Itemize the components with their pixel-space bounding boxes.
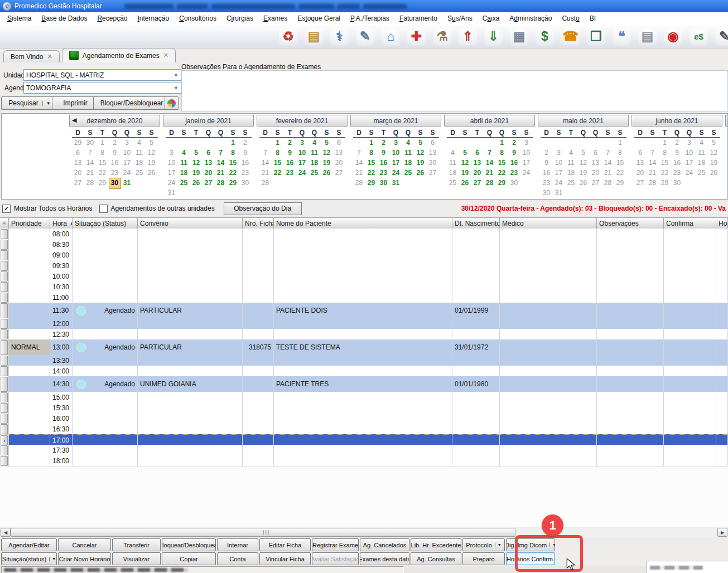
- calendar-day-22[interactable]: 22: [614, 168, 626, 178]
- calendar-day-4[interactable]: 4: [696, 138, 708, 148]
- calendar-day-11[interactable]: 11: [565, 158, 577, 168]
- calendar-day-7[interactable]: 7: [215, 148, 227, 158]
- calendar-day-21[interactable]: 21: [84, 168, 97, 178]
- calendar-day-8[interactable]: 8: [97, 148, 109, 158]
- action-situa-o-status[interactable]: Situação(status)▼: [1, 552, 57, 565]
- calendar-day-18[interactable]: 18: [402, 158, 414, 168]
- menu-item-estoque-geral[interactable]: Estoque Geral: [292, 13, 345, 24]
- calendar-day-13[interactable]: 13: [471, 158, 484, 168]
- calendar-day-7[interactable]: 7: [484, 148, 496, 158]
- calendar-day-24[interactable]: 24: [553, 178, 565, 188]
- calendar-day-28[interactable]: 28: [602, 178, 614, 188]
- calendar-day-29[interactable]: 29: [496, 178, 508, 188]
- calendar-day-22[interactable]: 22: [272, 168, 284, 178]
- calendar-day-3[interactable]: 3: [296, 138, 308, 148]
- calendar-day-13[interactable]: 13: [634, 158, 647, 168]
- action-editar-ficha[interactable]: Editar Ficha: [259, 538, 311, 551]
- calendar-day-17[interactable]: 17: [683, 158, 696, 168]
- calendar-day-4[interactable]: 4: [402, 138, 414, 148]
- tab-close-icon[interactable]: ✕: [47, 53, 52, 60]
- calendar-day-27[interactable]: 27: [634, 178, 647, 188]
- row-selector[interactable]: ›: [1, 435, 8, 445]
- calendar-day-11[interactable]: 11: [447, 158, 459, 168]
- imprimir-button[interactable]: Imprimir: [52, 96, 99, 110]
- calendar-day-26[interactable]: 26: [146, 168, 158, 178]
- calendar-day-14[interactable]: 14: [484, 158, 496, 168]
- calendar-day-14[interactable]: 14: [84, 158, 97, 168]
- scrollbar-thumb[interactable]: [11, 528, 515, 537]
- agenda-select[interactable]: TOMOGRAFIA ▼: [23, 82, 181, 94]
- action-vincular-ficha[interactable]: Vincular Ficha: [259, 552, 311, 565]
- finance-chart-icon[interactable]: $: [536, 27, 554, 46]
- schedule-row-15-00[interactable]: 15:00: [0, 392, 728, 402]
- calendar-day-5[interactable]: 5: [459, 148, 471, 158]
- calendar-day-1[interactable]: 1: [614, 138, 626, 148]
- action-agendar-editar[interactable]: Agendar/Editar: [1, 538, 57, 551]
- calendar-day-10[interactable]: 10: [296, 148, 308, 158]
- calendar-day-2[interactable]: 2: [508, 138, 520, 148]
- calendar-day-2[interactable]: 2: [284, 138, 296, 148]
- calendar-day-6[interactable]: 6: [203, 148, 215, 158]
- calendar-day-29[interactable]: 29: [659, 178, 671, 188]
- row-selector[interactable]: [1, 456, 8, 466]
- schedule-row-13-30[interactable]: 13:30: [0, 355, 728, 366]
- schedule-row-12-00[interactable]: 12:00: [0, 318, 728, 329]
- calendar-day-10[interactable]: 10: [121, 148, 133, 158]
- action-ag-cancelados[interactable]: Ag. Cancelados: [360, 538, 409, 551]
- calendar-day-20[interactable]: 20: [427, 158, 439, 168]
- revenue-up-icon[interactable]: ⇑: [459, 27, 477, 46]
- calendar-day-20[interactable]: 20: [333, 158, 345, 168]
- schedule-row-11-30[interactable]: 11:30AgendadoPARTICULARPACIENTE DOIS01/0…: [0, 303, 728, 318]
- calendar-day-17[interactable]: 17: [553, 168, 565, 178]
- calendar-day-10[interactable]: 10: [520, 148, 533, 158]
- calendar-day-29[interactable]: 29: [72, 138, 84, 148]
- calendar-day-8[interactable]: 8: [496, 148, 508, 158]
- calendar-day-18[interactable]: 18: [133, 158, 146, 168]
- menu-item-bi[interactable]: BI: [585, 13, 601, 24]
- calendar-day-8[interactable]: 8: [365, 148, 378, 158]
- column-header-confirma[interactable]: Confirma: [664, 218, 716, 229]
- row-selector[interactable]: [1, 329, 8, 339]
- row-selector[interactable]: [1, 303, 8, 318]
- calendar-day-30[interactable]: 30: [239, 178, 252, 188]
- doctor-icon[interactable]: ⚕: [330, 27, 349, 46]
- calendar-day-21[interactable]: 21: [602, 168, 614, 178]
- calendar-day-11[interactable]: 11: [178, 158, 190, 168]
- calendar-day-16[interactable]: 16: [541, 168, 553, 178]
- calendar-day-1[interactable]: 1: [659, 138, 671, 148]
- row-selector[interactable]: [1, 293, 8, 303]
- calendar-day-29[interactable]: 29: [97, 178, 109, 188]
- ledger-book-icon[interactable]: ❒: [587, 27, 605, 46]
- calendar-day-24[interactable]: 24: [166, 178, 178, 188]
- calendar-day-25[interactable]: 25: [565, 178, 577, 188]
- action-registrar-exame[interactable]: Registrar Exame: [312, 538, 359, 551]
- menu-item-exames[interactable]: Exames: [258, 13, 292, 24]
- calendar-day-8[interactable]: 8: [659, 148, 671, 158]
- calendar-day-14[interactable]: 14: [353, 158, 365, 168]
- menu-item-base-de-dados[interactable]: Base de Dados: [36, 13, 92, 24]
- calendar-day-23[interactable]: 23: [239, 168, 252, 178]
- column-header-ficha[interactable]: Nro. Ficha: [243, 218, 274, 229]
- chat-icon[interactable]: ❝: [613, 27, 631, 46]
- scroll-right-icon[interactable]: ▶: [717, 528, 727, 537]
- ambulance-icon[interactable]: ✚: [407, 27, 426, 46]
- calendar-day-14[interactable]: 14: [602, 158, 614, 168]
- schedule-row-08-00[interactable]: 08:00: [0, 229, 728, 239]
- revenue-down-icon[interactable]: ⇓: [484, 27, 503, 46]
- calendar-day-18[interactable]: 18: [308, 158, 321, 168]
- schedule-row-17-00[interactable]: ›17:00: [0, 434, 728, 445]
- prev-month-button[interactable]: ◀: [72, 116, 76, 124]
- bloquear-desbloquear-button[interactable]: Bloquer/Desbloquear: [93, 96, 170, 110]
- action-copiar[interactable]: Copiar: [162, 552, 216, 565]
- calendar-day-2[interactable]: 2: [541, 148, 553, 158]
- calendar-day-27[interactable]: 27: [590, 178, 602, 188]
- calendar-day-12[interactable]: 12: [708, 148, 720, 158]
- calendar-day-3[interactable]: 3: [553, 148, 565, 158]
- calendar-day-11[interactable]: 11: [308, 148, 321, 158]
- chevron-down-icon[interactable]: ▼: [42, 101, 51, 106]
- calendar-day-25[interactable]: 25: [447, 178, 459, 188]
- e-billing-icon[interactable]: e$: [690, 27, 708, 46]
- calendar-day-15[interactable]: 15: [659, 158, 671, 168]
- calendar-day-19[interactable]: 19: [459, 168, 471, 178]
- calendar-day-22[interactable]: 22: [496, 168, 508, 178]
